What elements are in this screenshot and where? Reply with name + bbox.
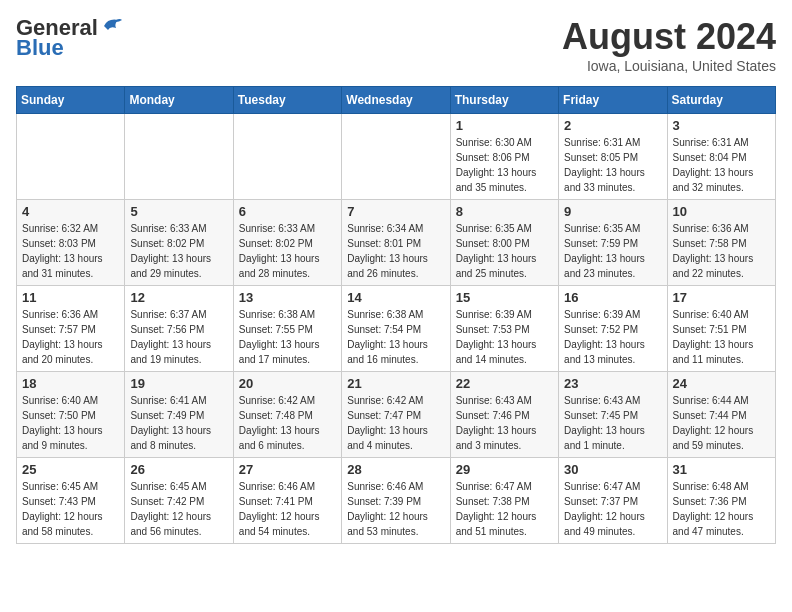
calendar-cell: 6Sunrise: 6:33 AM Sunset: 8:02 PM Daylig… — [233, 200, 341, 286]
title-block: August 2024 Iowa, Louisiana, United Stat… — [562, 16, 776, 74]
day-info: Sunrise: 6:33 AM Sunset: 8:02 PM Dayligh… — [130, 221, 227, 281]
day-of-week-header: Sunday — [17, 87, 125, 114]
day-info: Sunrise: 6:48 AM Sunset: 7:36 PM Dayligh… — [673, 479, 770, 539]
calendar-cell: 7Sunrise: 6:34 AM Sunset: 8:01 PM Daylig… — [342, 200, 450, 286]
calendar-cell: 1Sunrise: 6:30 AM Sunset: 8:06 PM Daylig… — [450, 114, 558, 200]
day-number: 27 — [239, 462, 336, 477]
day-number: 3 — [673, 118, 770, 133]
main-title: August 2024 — [562, 16, 776, 58]
day-number: 18 — [22, 376, 119, 391]
calendar-cell: 20Sunrise: 6:42 AM Sunset: 7:48 PM Dayli… — [233, 372, 341, 458]
page-header: General Blue August 2024 Iowa, Louisiana… — [16, 16, 776, 74]
day-info: Sunrise: 6:40 AM Sunset: 7:50 PM Dayligh… — [22, 393, 119, 453]
day-info: Sunrise: 6:45 AM Sunset: 7:43 PM Dayligh… — [22, 479, 119, 539]
calendar-table: SundayMondayTuesdayWednesdayThursdayFrid… — [16, 86, 776, 544]
day-info: Sunrise: 6:31 AM Sunset: 8:05 PM Dayligh… — [564, 135, 661, 195]
day-info: Sunrise: 6:47 AM Sunset: 7:38 PM Dayligh… — [456, 479, 553, 539]
day-number: 28 — [347, 462, 444, 477]
day-number: 23 — [564, 376, 661, 391]
calendar-cell — [125, 114, 233, 200]
day-info: Sunrise: 6:42 AM Sunset: 7:47 PM Dayligh… — [347, 393, 444, 453]
day-info: Sunrise: 6:30 AM Sunset: 8:06 PM Dayligh… — [456, 135, 553, 195]
day-info: Sunrise: 6:32 AM Sunset: 8:03 PM Dayligh… — [22, 221, 119, 281]
calendar-cell — [233, 114, 341, 200]
calendar-cell: 2Sunrise: 6:31 AM Sunset: 8:05 PM Daylig… — [559, 114, 667, 200]
calendar-cell: 3Sunrise: 6:31 AM Sunset: 8:04 PM Daylig… — [667, 114, 775, 200]
day-info: Sunrise: 6:31 AM Sunset: 8:04 PM Dayligh… — [673, 135, 770, 195]
calendar-cell: 22Sunrise: 6:43 AM Sunset: 7:46 PM Dayli… — [450, 372, 558, 458]
day-number: 29 — [456, 462, 553, 477]
calendar-cell: 28Sunrise: 6:46 AM Sunset: 7:39 PM Dayli… — [342, 458, 450, 544]
day-number: 1 — [456, 118, 553, 133]
calendar-week-row: 11Sunrise: 6:36 AM Sunset: 7:57 PM Dayli… — [17, 286, 776, 372]
calendar-cell: 26Sunrise: 6:45 AM Sunset: 7:42 PM Dayli… — [125, 458, 233, 544]
day-info: Sunrise: 6:38 AM Sunset: 7:55 PM Dayligh… — [239, 307, 336, 367]
day-number: 22 — [456, 376, 553, 391]
day-of-week-header: Monday — [125, 87, 233, 114]
calendar-cell: 13Sunrise: 6:38 AM Sunset: 7:55 PM Dayli… — [233, 286, 341, 372]
day-info: Sunrise: 6:35 AM Sunset: 7:59 PM Dayligh… — [564, 221, 661, 281]
calendar-cell: 9Sunrise: 6:35 AM Sunset: 7:59 PM Daylig… — [559, 200, 667, 286]
day-info: Sunrise: 6:36 AM Sunset: 7:58 PM Dayligh… — [673, 221, 770, 281]
day-number: 5 — [130, 204, 227, 219]
calendar-cell: 10Sunrise: 6:36 AM Sunset: 7:58 PM Dayli… — [667, 200, 775, 286]
day-number: 7 — [347, 204, 444, 219]
day-info: Sunrise: 6:33 AM Sunset: 8:02 PM Dayligh… — [239, 221, 336, 281]
calendar-cell: 18Sunrise: 6:40 AM Sunset: 7:50 PM Dayli… — [17, 372, 125, 458]
calendar-week-row: 1Sunrise: 6:30 AM Sunset: 8:06 PM Daylig… — [17, 114, 776, 200]
day-of-week-header: Tuesday — [233, 87, 341, 114]
calendar-cell: 16Sunrise: 6:39 AM Sunset: 7:52 PM Dayli… — [559, 286, 667, 372]
day-number: 9 — [564, 204, 661, 219]
day-of-week-header: Saturday — [667, 87, 775, 114]
day-info: Sunrise: 6:40 AM Sunset: 7:51 PM Dayligh… — [673, 307, 770, 367]
day-number: 11 — [22, 290, 119, 305]
logo: General Blue — [16, 16, 122, 60]
day-number: 24 — [673, 376, 770, 391]
calendar-cell: 8Sunrise: 6:35 AM Sunset: 8:00 PM Daylig… — [450, 200, 558, 286]
day-info: Sunrise: 6:34 AM Sunset: 8:01 PM Dayligh… — [347, 221, 444, 281]
day-number: 16 — [564, 290, 661, 305]
day-number: 26 — [130, 462, 227, 477]
day-number: 15 — [456, 290, 553, 305]
day-info: Sunrise: 6:47 AM Sunset: 7:37 PM Dayligh… — [564, 479, 661, 539]
calendar-cell: 27Sunrise: 6:46 AM Sunset: 7:41 PM Dayli… — [233, 458, 341, 544]
day-info: Sunrise: 6:36 AM Sunset: 7:57 PM Dayligh… — [22, 307, 119, 367]
calendar-cell: 14Sunrise: 6:38 AM Sunset: 7:54 PM Dayli… — [342, 286, 450, 372]
logo-bird-icon — [100, 16, 122, 36]
day-number: 31 — [673, 462, 770, 477]
calendar-cell: 5Sunrise: 6:33 AM Sunset: 8:02 PM Daylig… — [125, 200, 233, 286]
calendar-cell: 4Sunrise: 6:32 AM Sunset: 8:03 PM Daylig… — [17, 200, 125, 286]
calendar-cell: 17Sunrise: 6:40 AM Sunset: 7:51 PM Dayli… — [667, 286, 775, 372]
day-number: 19 — [130, 376, 227, 391]
calendar-header-row: SundayMondayTuesdayWednesdayThursdayFrid… — [17, 87, 776, 114]
day-info: Sunrise: 6:39 AM Sunset: 7:53 PM Dayligh… — [456, 307, 553, 367]
day-of-week-header: Wednesday — [342, 87, 450, 114]
calendar-week-row: 4Sunrise: 6:32 AM Sunset: 8:03 PM Daylig… — [17, 200, 776, 286]
calendar-cell — [342, 114, 450, 200]
day-of-week-header: Friday — [559, 87, 667, 114]
day-number: 21 — [347, 376, 444, 391]
calendar-cell: 24Sunrise: 6:44 AM Sunset: 7:44 PM Dayli… — [667, 372, 775, 458]
calendar-cell: 30Sunrise: 6:47 AM Sunset: 7:37 PM Dayli… — [559, 458, 667, 544]
day-number: 13 — [239, 290, 336, 305]
calendar-cell: 21Sunrise: 6:42 AM Sunset: 7:47 PM Dayli… — [342, 372, 450, 458]
calendar-week-row: 18Sunrise: 6:40 AM Sunset: 7:50 PM Dayli… — [17, 372, 776, 458]
day-number: 4 — [22, 204, 119, 219]
day-number: 30 — [564, 462, 661, 477]
calendar-cell: 25Sunrise: 6:45 AM Sunset: 7:43 PM Dayli… — [17, 458, 125, 544]
day-number: 12 — [130, 290, 227, 305]
subtitle: Iowa, Louisiana, United States — [562, 58, 776, 74]
day-number: 20 — [239, 376, 336, 391]
day-info: Sunrise: 6:44 AM Sunset: 7:44 PM Dayligh… — [673, 393, 770, 453]
calendar-cell: 11Sunrise: 6:36 AM Sunset: 7:57 PM Dayli… — [17, 286, 125, 372]
day-info: Sunrise: 6:43 AM Sunset: 7:45 PM Dayligh… — [564, 393, 661, 453]
day-of-week-header: Thursday — [450, 87, 558, 114]
calendar-cell: 31Sunrise: 6:48 AM Sunset: 7:36 PM Dayli… — [667, 458, 775, 544]
day-info: Sunrise: 6:46 AM Sunset: 7:39 PM Dayligh… — [347, 479, 444, 539]
day-number: 14 — [347, 290, 444, 305]
calendar-week-row: 25Sunrise: 6:45 AM Sunset: 7:43 PM Dayli… — [17, 458, 776, 544]
day-number: 17 — [673, 290, 770, 305]
calendar-cell: 15Sunrise: 6:39 AM Sunset: 7:53 PM Dayli… — [450, 286, 558, 372]
day-number: 8 — [456, 204, 553, 219]
day-number: 6 — [239, 204, 336, 219]
